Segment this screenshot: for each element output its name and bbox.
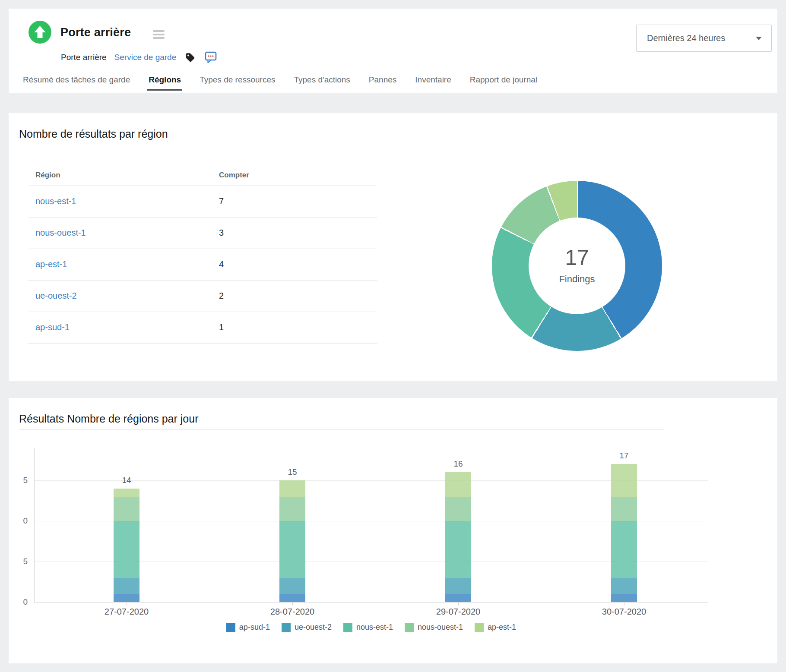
header-card: Porte arrière Porte arrière Service de g… bbox=[9, 9, 777, 93]
bar-total-label: 14 bbox=[109, 476, 144, 485]
bar-segment-nous-est-1[interactable] bbox=[445, 521, 471, 578]
dashboard-page: Porte arrière Porte arrière Service de g… bbox=[0, 0, 786, 672]
x-axis-tick bbox=[458, 603, 459, 605]
x-axis-category-label: 28-07-2020 bbox=[254, 607, 331, 617]
tab-pannes[interactable]: Pannes bbox=[368, 75, 398, 91]
donut-total-label: Findings bbox=[559, 274, 595, 285]
bar-total-label: 15 bbox=[275, 467, 310, 477]
bar-segment-nous-est-1[interactable] bbox=[279, 521, 305, 578]
bar-segment-ap-sud-1[interactable] bbox=[279, 594, 305, 602]
regions-table: Région Compter nous-est-17nous-ouest-13a… bbox=[29, 165, 377, 344]
daily-bar-chart: ap-sud-1ue-ouest-2nous-est-1nous-ouest-1… bbox=[9, 398, 777, 663]
column-header-count: Compter bbox=[216, 165, 377, 186]
donut-total-value: 17 bbox=[565, 247, 589, 268]
regions-card-title: Nombre de résultats par région bbox=[19, 128, 168, 140]
y-axis-tick-label: 5 bbox=[10, 476, 28, 485]
bar-segment-nous-ouest-1[interactable] bbox=[445, 497, 471, 521]
hamburger-menu-icon[interactable] bbox=[153, 30, 165, 39]
x-axis-category-label: 30-07-2020 bbox=[585, 607, 663, 617]
time-range-value: Dernières 24 heures bbox=[647, 33, 756, 43]
bar-segment-ap-est-1[interactable] bbox=[114, 489, 139, 497]
bar-segment-nous-est-1[interactable] bbox=[611, 521, 637, 578]
region-link-nous-est-1[interactable]: nous-est-1 bbox=[35, 196, 76, 206]
findings-donut-chart: 17 Findings bbox=[492, 181, 662, 351]
legend-label: nous-est-1 bbox=[356, 623, 393, 632]
region-link-ue-ouest-2[interactable]: ue-ouest-2 bbox=[35, 291, 77, 300]
y-axis-tick-label: 0 bbox=[10, 516, 28, 526]
bar-segment-ap-sud-1[interactable] bbox=[445, 594, 471, 602]
legend-swatch bbox=[405, 623, 414, 632]
legend-label: ap-sud-1 bbox=[239, 623, 270, 632]
bar-total-label: 16 bbox=[441, 459, 475, 469]
tab-r-sum-des-t-ches-de-garde[interactable]: Résumé des tâches de garde bbox=[22, 75, 131, 91]
bar-segment-ue-ouest-2[interactable] bbox=[114, 578, 139, 594]
bar-segment-nous-est-1[interactable] bbox=[114, 521, 139, 578]
legend-swatch bbox=[282, 623, 291, 632]
legend-label: ap-est-1 bbox=[488, 623, 516, 632]
x-axis-category-label: 29-07-2020 bbox=[419, 607, 497, 617]
x-axis-tick bbox=[624, 603, 624, 605]
regions-table-header-row: Région Compter bbox=[29, 165, 377, 186]
legend-item-nous-est-1[interactable]: nous-est-1 bbox=[343, 623, 393, 632]
bar-segment-nous-ouest-1[interactable] bbox=[611, 497, 637, 521]
legend-item-ap-sud-1[interactable]: ap-sud-1 bbox=[226, 623, 270, 632]
status-up-icon bbox=[29, 21, 51, 44]
column-header-region: Région bbox=[29, 165, 216, 186]
x-axis-tick bbox=[127, 603, 127, 605]
on-call-service-link[interactable]: Service de garde bbox=[114, 53, 177, 62]
tabs: Résumé des tâches de gardeRégionsTypes d… bbox=[22, 75, 539, 91]
table-row: ue-ouest-22 bbox=[29, 280, 377, 312]
tab-types-d-actions[interactable]: Types d'actions bbox=[292, 75, 351, 91]
regions-table-body: nous-est-17nous-ouest-13ap-est-14ue-oues… bbox=[29, 186, 377, 343]
tab-types-de-ressources[interactable]: Types de ressources bbox=[198, 75, 276, 91]
tag-icon[interactable] bbox=[185, 52, 195, 63]
tab-r-gions[interactable]: Régions bbox=[147, 75, 182, 91]
comment-icon[interactable] bbox=[205, 51, 217, 63]
subtitle-row: Porte arrière Service de garde bbox=[61, 51, 217, 64]
regions-card: Nombre de résultats par région Région Co… bbox=[9, 113, 777, 381]
region-count: 2 bbox=[216, 280, 377, 312]
divider bbox=[19, 153, 664, 153]
bar-segment-ap-est-1[interactable] bbox=[445, 472, 471, 496]
region-link-ap-est-1[interactable]: ap-est-1 bbox=[35, 259, 67, 269]
legend-swatch bbox=[226, 623, 235, 632]
y-axis-line bbox=[34, 448, 35, 602]
region-count: 4 bbox=[216, 249, 377, 280]
legend-label: ue-ouest-2 bbox=[295, 623, 332, 632]
legend-swatch bbox=[475, 623, 484, 632]
region-link-ap-sud-1[interactable]: ap-sud-1 bbox=[35, 322, 70, 332]
region-link-nous-ouest-1[interactable]: nous-ouest-1 bbox=[35, 228, 86, 237]
y-axis-tick-label: 0 bbox=[10, 597, 28, 607]
table-row: ap-sud-11 bbox=[29, 312, 377, 343]
legend-item-nous-ouest-1[interactable]: nous-ouest-1 bbox=[405, 623, 463, 632]
daily-card: Résultats Nombre de régions par jour ap-… bbox=[9, 398, 777, 663]
y-axis-tick-label: 5 bbox=[10, 557, 28, 566]
bar-segment-ap-sud-1[interactable] bbox=[114, 594, 139, 602]
bar-segment-ue-ouest-2[interactable] bbox=[445, 578, 471, 594]
bar-segment-ap-sud-1[interactable] bbox=[611, 594, 637, 602]
tab-rapport-de-journal[interactable]: Rapport de journal bbox=[469, 75, 539, 91]
bar-segment-nous-ouest-1[interactable] bbox=[279, 497, 305, 521]
bar-segment-ap-est-1[interactable] bbox=[279, 480, 305, 497]
gridline-y-0 bbox=[34, 602, 708, 603]
bar-total-label: 17 bbox=[607, 451, 641, 461]
donut-center: 17 Findings bbox=[529, 218, 625, 314]
chevron-down-icon bbox=[756, 37, 762, 40]
table-row: ap-est-14 bbox=[29, 249, 377, 280]
region-count: 3 bbox=[216, 217, 377, 249]
bar-segment-ue-ouest-2[interactable] bbox=[611, 578, 637, 594]
subtitle-text: Porte arrière bbox=[61, 53, 107, 62]
legend-item-ue-ouest-2[interactable]: ue-ouest-2 bbox=[282, 623, 332, 632]
page-title: Porte arrière bbox=[60, 26, 131, 39]
legend-item-ap-est-1[interactable]: ap-est-1 bbox=[475, 623, 516, 632]
x-axis-category-label: 27-07-2020 bbox=[88, 607, 165, 617]
table-row: nous-est-17 bbox=[29, 186, 377, 217]
bar-segment-nous-ouest-1[interactable] bbox=[114, 497, 139, 521]
x-axis-tick bbox=[292, 603, 293, 605]
legend-label: nous-ouest-1 bbox=[418, 623, 463, 632]
time-range-select[interactable]: Dernières 24 heures bbox=[636, 25, 772, 52]
tab-inventaire[interactable]: Inventaire bbox=[414, 75, 452, 91]
bar-segment-ue-ouest-2[interactable] bbox=[279, 578, 305, 594]
bar-segment-ap-est-1[interactable] bbox=[611, 464, 637, 496]
table-row: nous-ouest-13 bbox=[29, 217, 377, 249]
